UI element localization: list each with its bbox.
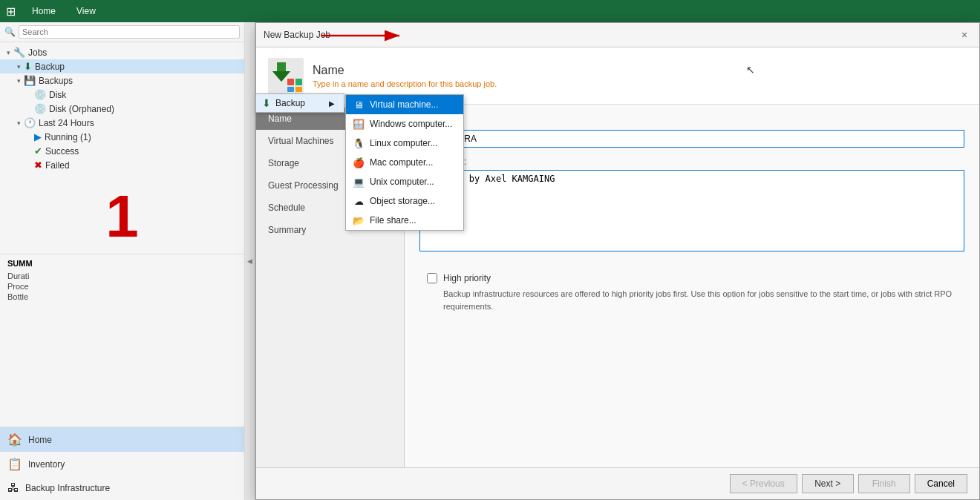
high-priority-label[interactable]: High priority xyxy=(443,273,491,283)
expand-icon: ▾ xyxy=(13,119,24,127)
backup-icon: ⬇ xyxy=(24,61,32,72)
disk-orphaned-icon: 💿 xyxy=(34,103,46,114)
collapse-icon: ◀ xyxy=(247,257,252,265)
dialog-area: ⬇ Backup ▶ 🖥 Virtual machine... 🪟 Window… xyxy=(255,22,980,500)
success-icon: ✔ xyxy=(34,145,42,157)
sidebar-item-last24h[interactable]: ▾ 🕐 Last 24 Hours xyxy=(0,116,244,130)
top-nav: Home View xyxy=(22,3,106,19)
name-form-group: Name: xyxy=(419,116,964,148)
sidebar-bottom-label: Home xyxy=(28,435,52,445)
sidebar: 🔍 ▾ 🔧 Jobs ▾ ⬇ Backup ▾ 💾 Backups xyxy=(0,22,245,500)
sidebar-item-jobs[interactable]: ▾ 🔧 Jobs xyxy=(0,45,244,59)
summary-process: Proce xyxy=(7,281,237,292)
sidebar-item-backup[interactable]: ▾ ⬇ Backup xyxy=(0,59,244,73)
dialog-footer: < Previous Next > Finish Cancel xyxy=(256,467,979,499)
sidebar-item-disk-orphaned[interactable]: ▸ 💿 Disk (Orphaned) xyxy=(0,102,244,116)
finish-button[interactable]: Finish xyxy=(858,474,910,493)
disk-icon: 💿 xyxy=(34,89,46,100)
submenu-item-label: Mac computer... xyxy=(370,157,433,168)
home-icon: 🏠 xyxy=(7,432,22,447)
expand-icon: ▾ xyxy=(13,77,24,85)
description-form-group: Description: Created by Axel KAMGAING xyxy=(419,157,964,254)
high-priority-section: High priority Backup infrastructure reso… xyxy=(419,266,964,320)
cancel-button[interactable]: Cancel xyxy=(915,474,967,493)
unix-computer-icon: 💻 xyxy=(352,175,365,188)
backup-infra-icon: 🖧 xyxy=(7,481,19,495)
submenu-item-file-share[interactable]: 📂 File share... xyxy=(346,211,463,230)
context-menu-parent: ⬇ Backup ▶ 🖥 Virtual machine... 🪟 Window… xyxy=(255,93,344,113)
main-layout: 🔍 ▾ 🔧 Jobs ▾ ⬇ Backup ▾ 💾 Backups xyxy=(0,22,980,500)
previous-button[interactable]: < Previous xyxy=(730,474,797,493)
submenu-item-unix-computer[interactable]: 💻 Unix computer... xyxy=(346,172,463,191)
sidebar-item-success[interactable]: ▸ ✔ Success xyxy=(0,144,244,158)
process-label: Proce xyxy=(7,282,29,291)
submenu-item-label: Windows computer... xyxy=(370,119,452,129)
sidebar-item-label: Backup xyxy=(35,62,65,72)
description-textarea[interactable]: Created by Axel KAMGAING xyxy=(419,170,964,251)
sidebar-bottom-label: Backup Infrastructure xyxy=(25,483,110,493)
view-menu-btn[interactable]: View xyxy=(66,3,106,19)
search-icon: 🔍 xyxy=(4,27,16,37)
submenu: 🖥 Virtual machine... 🪟 Windows computer.… xyxy=(345,94,464,231)
sidebar-tree: ▾ 🔧 Jobs ▾ ⬇ Backup ▾ 💾 Backups ▸ 💿 Disk xyxy=(0,42,244,427)
context-menu-backup-item[interactable]: ⬇ Backup ▶ xyxy=(256,94,344,112)
sidebar-item-label: Running (1) xyxy=(45,132,91,142)
description-label: Description: xyxy=(419,157,964,167)
high-priority-checkbox-row: High priority xyxy=(427,273,957,283)
high-priority-checkbox[interactable] xyxy=(427,273,437,283)
file-share-icon: 📂 xyxy=(352,214,365,227)
sidebar-item-running[interactable]: ▸ ▶ Running (1) xyxy=(0,130,244,144)
svg-rect-7 xyxy=(295,79,302,85)
sidebar-item-failed[interactable]: ▸ ✖ Failed xyxy=(0,158,244,172)
virtual-machine-icon: 🖥 xyxy=(352,98,365,111)
title-bar: ⊞ Home View xyxy=(0,0,980,22)
submenu-item-virtual-machine[interactable]: 🖥 Virtual machine... xyxy=(346,95,463,114)
submenu-arrow-icon: ▶ xyxy=(329,99,335,108)
next-button[interactable]: Next > xyxy=(802,474,854,493)
sidebar-item-label: Disk xyxy=(49,90,66,100)
bottleneck-label: Bottle xyxy=(7,292,28,301)
red-arrow-annotation xyxy=(321,27,411,44)
priority-description: Backup infrastructure resources are offe… xyxy=(427,288,957,312)
sidebar-item-label: Failed xyxy=(45,160,70,171)
sidebar-bottom-item-home[interactable]: 🏠 Home xyxy=(0,427,244,452)
failed-icon: ✖ xyxy=(34,159,42,171)
svg-rect-4 xyxy=(277,62,286,71)
home-menu-btn[interactable]: Home xyxy=(22,3,66,19)
submenu-item-label: Linux computer... xyxy=(370,138,437,148)
submenu-item-linux-computer[interactable]: 🐧 Linux computer... xyxy=(346,134,463,153)
dialog-close-button[interactable]: × xyxy=(957,27,972,42)
svg-rect-6 xyxy=(287,79,294,85)
sidebar-bottom-item-inventory[interactable]: 📋 Inventory xyxy=(0,452,244,476)
sidebar-item-disk[interactable]: ▸ 💿 Disk xyxy=(0,88,244,102)
sidebar-item-label: Jobs xyxy=(28,47,47,58)
name-label: Name: xyxy=(419,116,964,127)
jobs-icon: 🔧 xyxy=(13,47,25,58)
summary-duration: Durati xyxy=(7,271,237,281)
big-number-display: 1 xyxy=(0,172,244,254)
sidebar-item-backups[interactable]: ▾ 💾 Backups xyxy=(0,73,244,88)
veeam-backup-icon xyxy=(268,58,304,93)
linux-computer-icon: 🐧 xyxy=(352,136,365,150)
running-icon: ▶ xyxy=(34,131,42,142)
dialog-title: New Backup Job xyxy=(264,30,330,40)
submenu-item-label: Unix computer... xyxy=(370,177,434,187)
sidebar-item-label: Last 24 Hours xyxy=(39,118,94,128)
inventory-icon: 📋 xyxy=(7,457,22,471)
submenu-item-label: Virtual machine... xyxy=(370,99,439,110)
summary-bottleneck: Bottle xyxy=(7,292,237,302)
submenu-item-windows-computer[interactable]: 🪟 Windows computer... xyxy=(346,114,463,134)
dialog-header-text: Name Type in a name and description for … xyxy=(313,64,497,88)
summary-header: SUMM xyxy=(7,259,237,268)
name-input[interactable] xyxy=(419,130,964,148)
app-icon: ⊞ xyxy=(6,4,16,19)
submenu-item-object-storage[interactable]: ☁ Object storage... xyxy=(346,191,463,211)
submenu-item-mac-computer[interactable]: 🍎 Mac computer... xyxy=(346,153,463,172)
dialog-header-icon xyxy=(268,58,304,93)
search-input[interactable] xyxy=(19,25,240,39)
sidebar-bottom-item-backup-infra[interactable]: 🖧 Backup Infrastructure xyxy=(0,476,244,500)
sidebar-collapse-strip[interactable]: ◀ xyxy=(245,22,255,500)
dialog-header-title: Name xyxy=(313,64,497,77)
summary-section: SUMM Durati Proce Bottle xyxy=(0,254,244,306)
duration-label: Durati xyxy=(7,272,29,280)
